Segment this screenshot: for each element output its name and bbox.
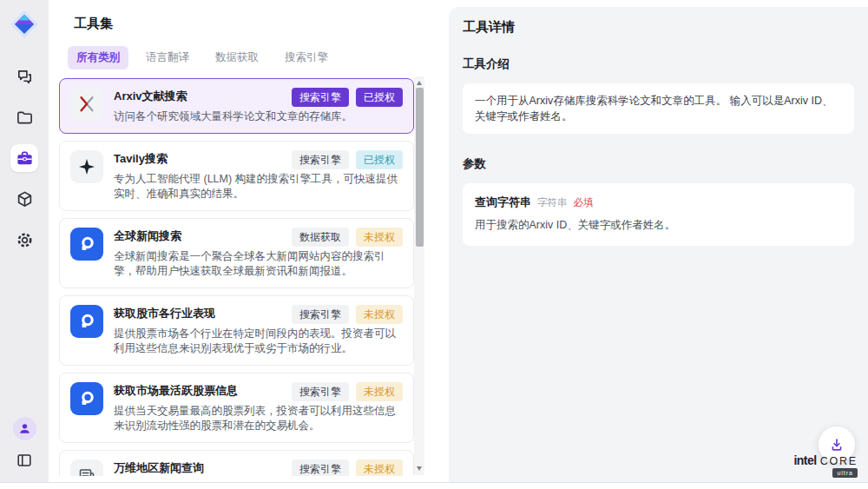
tool-title: 获取市场最活跃股票信息	[114, 382, 285, 399]
tool-intro-text: 一个用于从Arxiv存储库搜索科学论文和文章的工具。 输入可以是Arxiv ID…	[463, 83, 854, 134]
tool-card[interactable]: Arxiv文献搜索 搜索引擎 已授权 访问各个研究领域大量科学论文和文章的存储库…	[59, 78, 414, 134]
tool-card-header: Tavily搜索 搜索引擎 已授权	[114, 150, 403, 169]
tool-title: 全球新闻搜索	[114, 228, 285, 244]
tool-card[interactable]: 获取市场最活跃股票信息 搜索引擎 未授权 提供当天交易量最高的股票列表，投资者可…	[59, 373, 414, 443]
tool-card[interactable]: Tavily搜索 搜索引擎 已授权 专为人工智能代理 (LLM) 构建的搜索引擎…	[59, 141, 414, 211]
tool-description: 提供股票市场各个行业在特定时间段内的表现。投资者可以利用这些信息来识别表现优于或…	[114, 327, 403, 356]
parameter-type: 字符串	[537, 196, 568, 209]
scrollbar-thumb[interactable]	[416, 88, 424, 247]
toolbox-icon	[16, 149, 34, 168]
parameter-card: 查询字符串 字符串 必填 用于搜索的Arxiv ID、关键字或作者姓名。	[463, 183, 854, 246]
auth-status-badge: 未授权	[356, 382, 403, 401]
person-icon	[17, 421, 32, 436]
category-tab-0[interactable]: 所有类别	[68, 46, 128, 69]
tool-badges: 数据获取 未授权	[292, 228, 403, 247]
parameter-name: 查询字符串	[475, 195, 531, 210]
intel-core-wordmark: intel CORE	[793, 453, 858, 467]
auth-status-badge: 已授权	[356, 88, 403, 107]
sidebar-item-settings[interactable]	[10, 226, 38, 254]
tool-card-header: 获取市场最活跃股票信息 搜索引擎 未授权	[114, 382, 403, 401]
newspaper-icon	[77, 466, 96, 476]
collapse-panel-button[interactable]	[13, 449, 36, 472]
tool-details-panel: 工具详情 工具介绍 一个用于从Arxiv存储库搜索科学论文和文章的工具。 输入可…	[449, 7, 868, 482]
auth-status-badge: 未授权	[356, 459, 403, 476]
tool-card-header: Arxiv文献搜索 搜索引擎 已授权	[114, 88, 403, 107]
tool-card-header: 全球新闻搜索 数据获取 未授权	[114, 228, 403, 247]
layout-panel-icon	[16, 452, 33, 469]
sidebar-item-models[interactable]	[10, 185, 38, 213]
tool-title: Arxiv文献搜索	[114, 88, 285, 104]
tool-icon	[70, 382, 103, 415]
sidebar-nav	[10, 63, 38, 254]
tavily-star-icon	[77, 157, 96, 176]
tool-badges: 搜索引擎 已授权	[292, 88, 403, 107]
folder-icon	[16, 109, 34, 127]
details-title: 工具详情	[463, 19, 854, 36]
tool-badges: 搜索引擎 未授权	[292, 382, 403, 401]
auth-status-badge: 未授权	[356, 305, 403, 324]
user-avatar[interactable]	[13, 417, 36, 440]
parameter-header: 查询字符串 字符串 必填	[475, 195, 842, 210]
required-badge: 必填	[574, 196, 594, 209]
juhe-icon	[77, 312, 96, 331]
parameter-description: 用于搜索的Arxiv ID、关键字或作者姓名。	[475, 218, 842, 233]
category-badge: 搜索引擎	[292, 382, 349, 401]
category-badge: 搜索引擎	[292, 305, 349, 324]
category-tab-1[interactable]: 语言翻译	[137, 46, 198, 69]
tool-card-body: 全球新闻搜索 数据获取 未授权 全球新闻搜索是一个聚合全球各大新闻网站内容的搜索…	[114, 228, 403, 279]
tool-card-header: 万维地区新闻查询 搜索引擎 未授权	[114, 459, 403, 476]
intel-text: intel	[793, 453, 816, 467]
tool-description: 访问各个研究领域大量科学论文和文章的存储库。	[114, 109, 403, 124]
tool-card-body: 万维地区新闻查询 搜索引擎 未授权 查询具体行政区划内的新闻，快速了解各地新闻动…	[114, 459, 403, 476]
tool-description: 专为人工智能代理 (LLM) 构建的搜索引擎工具，可快速提供实时、准确和真实的结…	[114, 172, 403, 202]
scroll-down-icon[interactable]	[417, 466, 422, 471]
tool-card-body: 获取市场最活跃股票信息 搜索引擎 未授权 提供当天交易量最高的股票列表，投资者可…	[114, 382, 403, 433]
sidebar-item-chat[interactable]	[10, 63, 38, 90]
category-badge: 搜索引擎	[292, 459, 349, 476]
juhe-icon	[77, 235, 96, 254]
tool-badges: 搜索引擎 未授权	[292, 305, 403, 324]
sidebar-item-files[interactable]	[10, 103, 38, 131]
category-tab-2[interactable]: 数据获取	[207, 46, 267, 69]
intel-core-logo: intel CORE ultra	[793, 453, 858, 478]
sidebar-item-tools[interactable]	[10, 144, 38, 172]
params-heading: 参数	[463, 156, 854, 172]
tool-card[interactable]: 万维地区新闻查询 搜索引擎 未授权 查询具体行政区划内的新闻，快速了解各地新闻动…	[59, 450, 414, 476]
tool-title: Tavily搜索	[114, 150, 285, 167]
tool-card-list: Arxiv文献搜索 搜索引擎 已授权 访问各个研究领域大量科学论文和文章的存储库…	[59, 78, 414, 476]
tool-icon	[70, 459, 103, 476]
auth-status-badge: 未授权	[356, 228, 403, 247]
tool-icon	[70, 88, 103, 121]
app-window: 工具集 所有类别语言翻译数据获取搜索引擎 Arxiv文献搜索 搜索引擎 已授权 …	[0, 0, 868, 483]
auth-status-badge: 已授权	[356, 150, 403, 169]
tool-icon	[70, 150, 103, 183]
tool-badges: 搜索引擎 未授权	[292, 459, 403, 476]
category-badge: 数据获取	[292, 228, 349, 247]
sidebar-bottom	[13, 417, 36, 472]
tool-description: 提供当天交易量最高的股票列表，投资者可以利用这些信息来识别流动性强的股票和潜在的…	[114, 404, 403, 433]
tool-card-body: 获取股市各行业表现 搜索引擎 未授权 提供股票市场各个行业在特定时间段内的表现。…	[114, 305, 403, 356]
tool-card[interactable]: 全球新闻搜索 数据获取 未授权 全球新闻搜索是一个聚合全球各大新闻网站内容的搜索…	[59, 218, 414, 288]
intro-heading: 工具介绍	[463, 56, 854, 72]
toolset-panel: 工具集 所有类别语言翻译数据获取搜索引擎 Arxiv文献搜索 搜索引擎 已授权 …	[49, 0, 438, 482]
download-icon	[828, 436, 845, 453]
tool-title: 获取股市各行业表现	[114, 305, 285, 321]
tool-icon	[70, 228, 103, 261]
sidebar	[0, 0, 49, 482]
core-text: CORE	[820, 455, 858, 467]
scrollbar[interactable]	[414, 76, 424, 475]
app-logo-icon[interactable]	[7, 7, 42, 42]
category-tab-3[interactable]: 搜索引擎	[276, 46, 337, 69]
tool-icon	[70, 305, 103, 338]
category-badge: 搜索引擎	[292, 88, 349, 107]
category-badge: 搜索引擎	[292, 150, 349, 169]
tool-title: 万维地区新闻查询	[114, 459, 285, 476]
gear-icon	[16, 231, 34, 249]
page-title: 工具集	[74, 16, 438, 32]
scroll-up-icon[interactable]	[417, 81, 422, 85]
ultra-badge: ultra	[832, 468, 858, 478]
tool-card-body: Arxiv文献搜索 搜索引擎 已授权 访问各个研究领域大量科学论文和文章的存储库…	[114, 88, 403, 124]
chat-icon	[16, 68, 34, 86]
tool-card-body: Tavily搜索 搜索引擎 已授权 专为人工智能代理 (LLM) 构建的搜索引擎…	[114, 150, 403, 202]
tool-card[interactable]: 获取股市各行业表现 搜索引擎 未授权 提供股票市场各个行业在特定时间段内的表现。…	[59, 295, 414, 366]
